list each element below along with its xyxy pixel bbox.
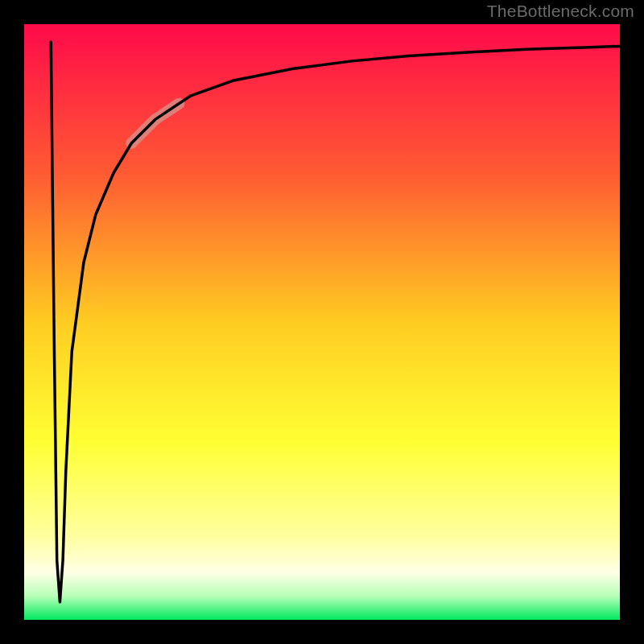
bottleneck-chart (0, 0, 644, 644)
chart-stage: TheBottleneck.com (0, 0, 644, 644)
chart-gradient-bg (24, 24, 620, 620)
